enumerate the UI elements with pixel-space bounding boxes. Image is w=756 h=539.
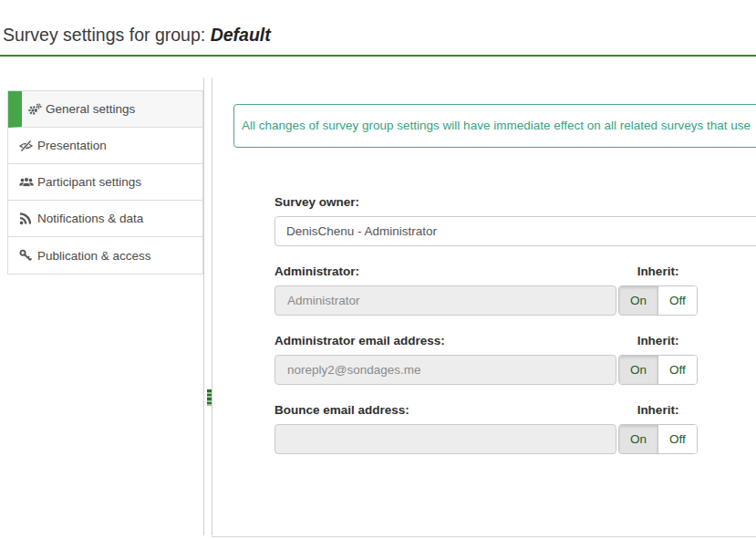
survey-owner-label: Survey owner: [274,195,359,209]
gears-icon [27,103,42,116]
info-alert: All changes of survey group settings wil… [233,104,756,148]
inherit-off-button[interactable]: Off [658,286,697,315]
inherit-off-button[interactable]: Off [658,425,697,453]
inherit-on-button[interactable]: On [619,356,658,384]
administrator-input [274,285,616,316]
info-alert-text: All changes of survey group settings wil… [234,105,756,147]
menu-item-label: Presentation [37,139,107,152]
rss-icon [19,212,34,225]
administrator-label: Administrator: [274,264,359,278]
bounce-email-inherit-toggle: On Off [618,424,698,454]
admin-email-control-row: On Off [274,355,698,385]
key-icon [19,249,34,262]
menu-item-label: Notifications & data [37,212,143,225]
menu-item-participant-settings[interactable]: Participant settings [8,164,202,201]
users-icon [19,176,34,189]
menu-item-notifications-data[interactable]: Notifications & data [8,201,202,237]
inherit-on-button[interactable]: On [619,425,658,453]
menu-item-publication-access[interactable]: Publication & access [8,237,202,274]
bounce-email-label: Bounce email address: [274,403,409,417]
admin-email-label-row: Administrator email address: Inherit: [274,334,698,347]
bounce-email-input [274,424,616,454]
inherit-off-button[interactable]: Off [658,356,697,384]
pane-resize-grip[interactable] [207,389,212,406]
inherit-label: Inherit: [618,403,698,417]
sidebar-right-border [203,78,204,535]
bounce-email-control-row: On Off [274,424,698,454]
menu-item-presentation[interactable]: Presentation [8,128,202,164]
main-left-border [212,78,212,535]
menu-item-general-settings[interactable]: General settings [8,91,202,128]
admin-email-input [274,355,616,385]
inherit-label: Inherit: [618,334,698,347]
group-name: Default [211,25,271,45]
page-title: Survey settings for group: Default [3,25,271,46]
eye-slash-icon [19,140,34,152]
admin-email-inherit-toggle: On Off [618,355,698,385]
menu-item-label: General settings [46,102,135,116]
admin-email-label: Administrator email address: [274,334,445,347]
survey-group-settings-page: Survey settings for group: Default Gener… [0,0,756,539]
inherit-label: Inherit: [618,264,698,278]
menu-item-label: Publication & access [37,249,151,263]
main-bottom-border [212,536,756,537]
header-divider [0,55,756,57]
survey-owner-select[interactable]: DenisChenu - Administrator [274,216,756,246]
menu-item-label: Participant settings [37,175,141,189]
settings-menu: General settings Presentation [7,90,203,275]
bounce-email-label-row: Bounce email address: Inherit: [274,403,698,417]
administrator-inherit-toggle: On Off [618,285,698,316]
page-title-prefix: Survey settings for group: [3,25,211,45]
administrator-label-row: Administrator: Inherit: [274,264,698,278]
inherit-on-button[interactable]: On [619,286,658,315]
administrator-control-row: On Off [274,285,698,316]
